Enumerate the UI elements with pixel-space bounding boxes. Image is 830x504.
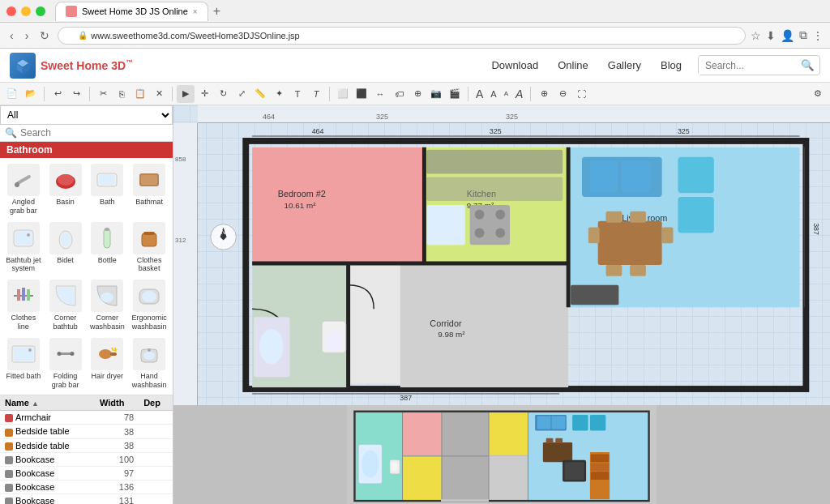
toolbar-rotate-btn[interactable]: ↻ — [214, 85, 232, 103]
furniture-label: Fitted bath — [6, 372, 41, 381]
toolbar-move-btn[interactable]: ✛ — [195, 85, 213, 103]
main-content: All Bathroom Bedroom Kitchen Living room… — [0, 105, 830, 504]
tab-close-button[interactable]: × — [193, 7, 198, 16]
toolbar-cut-btn[interactable]: ✂ — [94, 85, 112, 103]
furniture-item-ergonomic-washbasin[interactable]: Ergonomic washbasin — [129, 277, 169, 334]
toolbar-zoom-out-btn[interactable]: ⊖ — [554, 85, 571, 103]
nav-download[interactable]: Download — [491, 59, 538, 71]
furniture-item-corner-bathtub[interactable]: Corner bathtub — [45, 277, 86, 334]
toolbar-zoom-in-btn[interactable]: ⊕ — [535, 85, 553, 103]
toolbar-copy-btn[interactable]: ⎘ — [113, 85, 130, 103]
furniture-thumb — [7, 164, 40, 196]
table-row[interactable]: Bookcase 97 — [0, 466, 173, 480]
toolbar-compass2-btn[interactable]: ⊕ — [409, 85, 426, 103]
logo-cube-icon — [10, 53, 36, 79]
table-row[interactable]: Bookcase 100 — [0, 452, 173, 466]
furniture-item-hair-dryer[interactable]: Hair dryer — [88, 335, 128, 392]
logo-tm: ™ — [126, 58, 133, 66]
svg-text:Corridor: Corridor — [430, 318, 462, 328]
maximize-window-button[interactable] — [36, 6, 45, 16]
table-row[interactable]: Bedside table 38 — [0, 425, 173, 438]
furniture-item-bathmat[interactable]: Bathmat — [129, 161, 169, 218]
svg-rect-71 — [606, 211, 622, 223]
toolbar-fit-btn[interactable]: ⛶ — [572, 85, 590, 103]
toolbar-undo-btn[interactable]: ↩ — [49, 85, 66, 103]
col-width-header[interactable]: Width — [95, 395, 139, 411]
sidebar-search-input[interactable] — [20, 127, 168, 139]
toolbar-font-a2[interactable]: A — [487, 85, 499, 103]
furniture-item-clothes-basket[interactable]: Clothes basket — [129, 220, 169, 276]
table-row[interactable]: Armchair 78 — [0, 411, 173, 425]
category-select[interactable]: All Bathroom Bedroom Kitchen Living room — [0, 105, 173, 125]
forward-button[interactable]: › — [22, 28, 32, 44]
floorplan-3d[interactable] — [173, 405, 830, 504]
nav-online[interactable]: Online — [558, 59, 588, 71]
toolbar-font-a3[interactable]: A — [501, 85, 511, 103]
toolbar-pointer-btn[interactable]: ▶ — [177, 85, 195, 103]
furniture-item-fitted-bath[interactable]: Fitted bath — [3, 335, 44, 392]
menu-button[interactable]: ⋮ — [812, 29, 824, 42]
nav-blog[interactable]: Blog — [661, 59, 682, 71]
download-button[interactable]: ⬇ — [766, 29, 776, 42]
header-search-button[interactable]: 🔍 — [796, 56, 819, 75]
col-depth-header[interactable]: Dep — [139, 395, 173, 411]
new-tab-button[interactable]: + — [208, 4, 225, 19]
svg-point-41 — [148, 348, 151, 352]
toolbar-settings-btn[interactable]: ⚙ — [809, 85, 827, 103]
toolbar-italic-btn[interactable]: T — [307, 85, 325, 103]
furniture-item-bidet[interactable]: Bidet — [45, 220, 86, 276]
furniture-item-bath[interactable]: Bath — [88, 161, 128, 218]
svg-rect-117 — [543, 442, 572, 462]
furniture-item-basin[interactable]: Basin — [45, 161, 86, 218]
tab-favicon — [66, 6, 77, 17]
svg-point-89 — [326, 331, 342, 352]
nav-gallery[interactable]: Gallery — [608, 59, 641, 71]
toolbar-text-btn[interactable]: T — [289, 85, 306, 103]
row-color-indicator — [5, 414, 13, 422]
toolbar-video-btn[interactable]: 🎬 — [446, 85, 464, 103]
profile-button[interactable]: 👤 — [781, 29, 794, 42]
furniture-item-hand-washbasin[interactable]: Hand washbasin — [129, 335, 169, 392]
minimize-window-button[interactable] — [21, 6, 31, 16]
back-button[interactable]: ‹ — [6, 28, 17, 44]
refresh-button[interactable]: ↻ — [36, 28, 53, 44]
toolbar-compass-btn[interactable]: ✦ — [270, 85, 288, 103]
toolbar-open-btn[interactable]: 📂 — [22, 85, 40, 103]
toolbar-font-group: A A A A — [473, 85, 526, 103]
furniture-item-folding-grab-bar[interactable]: Folding grab bar — [45, 335, 86, 392]
toolbar-delete-btn[interactable]: ✕ — [150, 85, 168, 103]
table-row[interactable]: Bookcase 136 — [0, 480, 173, 493]
toolbar-paste-btn[interactable]: 📋 — [131, 85, 149, 103]
svg-rect-78 — [426, 150, 563, 174]
furniture-item-bathtub-jet[interactable]: Bathtub jet system — [3, 220, 44, 276]
header-search-input[interactable] — [699, 57, 796, 75]
table-cell-depth — [139, 466, 173, 480]
toolbar-font-a1[interactable]: A — [473, 85, 486, 103]
furniture-item-bottle[interactable]: Bottle — [88, 220, 128, 276]
table-cell-name: Bedside table — [0, 438, 95, 452]
svg-text:N: N — [221, 229, 226, 236]
browser-tab-active[interactable]: Sweet Home 3D JS Online × — [55, 2, 208, 21]
table-row[interactable]: Bookcase 131 — [0, 493, 173, 504]
toolbar-new-btn[interactable]: 📄 — [3, 85, 21, 103]
col-name-header[interactable]: Name ▲ — [0, 395, 95, 411]
toolbar-label-btn[interactable]: 🏷 — [390, 85, 408, 103]
furniture-item-corner-washbasin[interactable]: Corner washbasin — [88, 277, 128, 334]
toolbar-measure-btn[interactable]: 📏 — [251, 85, 269, 103]
address-bar[interactable]: 🔒 www.sweethome3d.com/SweetHome3DJSOnlin… — [58, 27, 746, 45]
close-window-button[interactable] — [6, 6, 16, 16]
toolbar-resize-btn[interactable]: ⤢ — [233, 85, 250, 103]
furniture-item-angled-grab-bar[interactable]: Angled grab bar — [3, 161, 44, 218]
bookmark-button[interactable]: ☆ — [751, 29, 761, 42]
extensions-button[interactable]: ⧉ — [799, 28, 807, 42]
toolbar-redo-btn[interactable]: ↪ — [67, 85, 85, 103]
floorplan-2d[interactable]: 464 325 325 858 312 Bedroom # — [173, 105, 830, 405]
svg-text:325: 325 — [678, 127, 690, 135]
toolbar-room-btn[interactable]: ⬛ — [353, 85, 370, 103]
toolbar-dim-btn[interactable]: ↔ — [371, 85, 389, 103]
furniture-item-clothes-line[interactable]: Clothes line — [3, 277, 44, 334]
table-row[interactable]: Bedside table 38 — [0, 438, 173, 452]
toolbar-font-a4[interactable]: A — [512, 85, 526, 103]
toolbar-wall-btn[interactable]: ⬜ — [334, 85, 352, 103]
toolbar-photo-btn[interactable]: 📷 — [427, 85, 445, 103]
